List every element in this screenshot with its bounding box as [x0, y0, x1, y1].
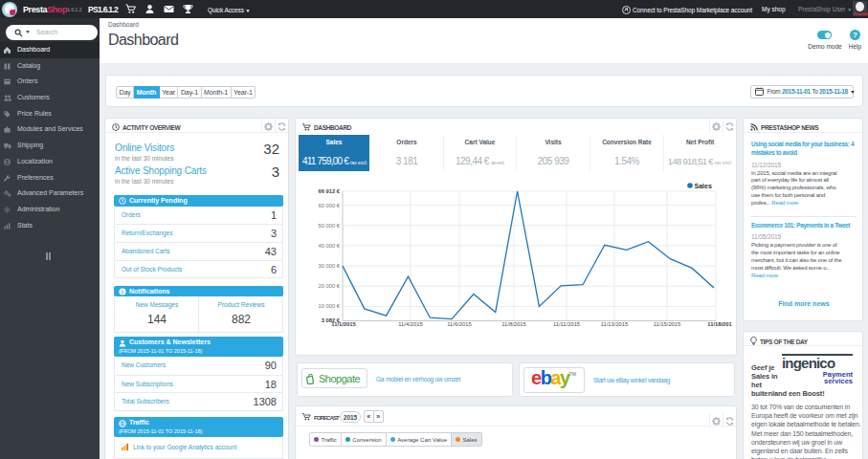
svg-text:11/13/2015: 11/13/2015 [601, 321, 629, 327]
svg-text:50 000 €: 50 000 € [318, 223, 340, 229]
svg-text:11/18/201: 11/18/201 [707, 321, 732, 327]
svg-text:Sales: Sales [695, 183, 712, 189]
svg-text:20 000 €: 20 000 € [318, 283, 340, 289]
svg-text:60 000 €: 60 000 € [318, 203, 340, 208]
svg-text:11/11/2015: 11/11/2015 [553, 321, 580, 327]
svg-text:11/8/2015: 11/8/2015 [501, 321, 525, 327]
svg-text:11/1/2015: 11/1/2015 [331, 321, 356, 327]
svg-text:30 000 €: 30 000 € [318, 263, 340, 269]
svg-text:11/6/2015: 11/6/2015 [447, 321, 471, 327]
svg-text:40 000 €: 40 000 € [318, 243, 340, 249]
svg-text:10 000 €: 10 000 € [318, 303, 340, 309]
svg-text:66 912 €: 66 912 € [318, 188, 340, 194]
svg-text:11/15/2015: 11/15/2015 [654, 321, 681, 327]
svg-text:11/4/2015: 11/4/2015 [398, 321, 422, 327]
